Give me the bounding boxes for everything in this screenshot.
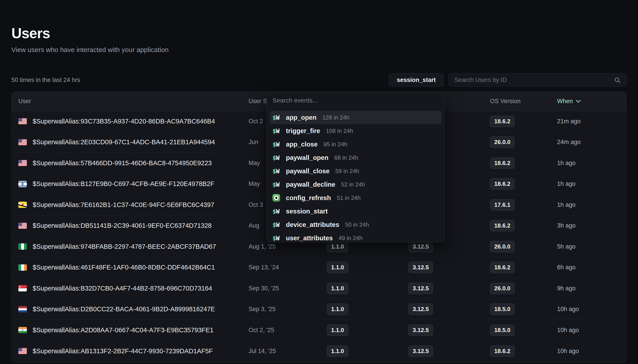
table-row[interactable]: $SuperwallAlias:AB1313F2-2B2F-44C7-9930-…	[12, 341, 626, 362]
user-cell: $SuperwallAlias:7E6162B1-1C37-4C0E-94FC-…	[18, 201, 249, 208]
os-version-badge: 18.5.0	[490, 324, 515, 336]
os-version-badge: 18.6.2	[490, 158, 515, 169]
event-name: user_attributes	[286, 234, 333, 242]
cell-os-version-badge: 18.5.0	[490, 304, 557, 315]
superwall-dollar-glyph: $	[272, 168, 276, 175]
event-option[interactable]: $Wdevice_attributes50 in 24h	[270, 218, 442, 231]
flag-us-icon	[18, 348, 27, 354]
user-search-input[interactable]	[449, 74, 626, 86]
os-version-badge: 18.6.2	[490, 346, 515, 357]
event-option[interactable]: $Wsession_start	[270, 204, 442, 218]
cell-app-version-badge: 1.1.0	[327, 283, 408, 294]
superwall-dollar-glyph: $	[272, 235, 276, 242]
header-when-label: When	[557, 98, 573, 105]
event-name: paywall_close	[286, 168, 330, 175]
os-version-badge: 17.6.1	[490, 199, 515, 210]
superwall-event-icon: $W	[272, 208, 283, 215]
os-version-badge: 26.0.0	[490, 241, 515, 252]
event-filter-button[interactable]: session_start	[389, 73, 444, 87]
sdk-version-badge: 3.12.5	[408, 324, 433, 336]
superwall-dollar-glyph: $	[272, 141, 276, 148]
cell-app-version-badge: 1.1.0	[327, 262, 408, 273]
table-row[interactable]: $SuperwallAlias:B32D7CB0-A4F7-44B2-8758-…	[12, 278, 626, 299]
superwall-w-glyph: W	[276, 154, 279, 161]
user-cell: $SuperwallAlias:A2D08AA7-0667-4C04-A7F3-…	[18, 326, 249, 334]
superwall-w-glyph: W	[276, 141, 279, 148]
event-option[interactable]: $Wpaywall_close59 in 24h	[270, 164, 442, 178]
user-alias: $SuperwallAlias:57B466DD-9915-46D6-BAC8-…	[33, 160, 212, 167]
user-alias: $SuperwallAlias:B127E9B0-C697-4CFB-AE9E-…	[33, 180, 214, 188]
app-version-badge: 1.1.0	[327, 304, 348, 315]
event-option[interactable]: $Wapp_open128 in 24h	[270, 111, 442, 124]
superwall-dollar-glyph: $	[272, 221, 276, 228]
cell-app-version-badge: 1.1.0	[327, 241, 408, 252]
cell-sdk-version-badge: 3.12.5	[408, 283, 490, 294]
cell-app-version-badge: 1.1.0	[327, 324, 408, 336]
user-cell: $SuperwallAlias:B32D7CB0-A4F7-44B2-8758-…	[18, 285, 249, 292]
event-name: device_attributes	[286, 221, 339, 228]
os-version-badge: 18.6.2	[490, 116, 515, 127]
when-cell: 1h ago	[557, 202, 620, 208]
event-option[interactable]: $Wpaywall_decline52 in 24h	[270, 178, 442, 191]
event-count-label: 50 times in the last 24 hrs	[12, 76, 80, 84]
flag-us-icon	[18, 139, 27, 146]
when-cell: 1h ago	[557, 160, 620, 166]
toolbar: 50 times in the last 24 hrs session_star…	[12, 73, 626, 87]
superwall-dollar-glyph: $	[272, 154, 276, 161]
when-cell: 10h ago	[557, 348, 620, 354]
when-cell: 6h ago	[557, 264, 620, 271]
search-icon[interactable]	[614, 76, 621, 84]
cell-os-version-badge: 26.0.0	[490, 283, 557, 294]
user-cell: $SuperwallAlias:974BFABB-2297-4787-BEEC-…	[18, 243, 249, 250]
superwall-w-glyph: W	[276, 181, 279, 188]
user-since-cell: Oct 2, '25	[249, 327, 327, 334]
superwall-event-icon: $W	[272, 154, 283, 161]
flag-il-icon	[18, 181, 27, 187]
event-option[interactable]: config_refresh51 in 24h	[270, 191, 442, 204]
event-name: app_open	[286, 114, 316, 121]
event-name: trigger_fire	[286, 127, 320, 135]
flag-bn-icon	[18, 202, 27, 208]
event-count: 68 in 24h	[334, 154, 358, 161]
event-name: paywall_open	[286, 154, 329, 162]
superwall-event-icon: $W	[272, 128, 283, 134]
event-search-input[interactable]	[267, 93, 445, 108]
event-option[interactable]: $Wuser_attributes49 in 24h	[270, 231, 442, 242]
cell-sdk-version-badge: 3.12.5	[408, 324, 490, 336]
when-cell: 5h ago	[557, 243, 620, 250]
user-since-cell: Aug 1, '25	[249, 243, 327, 250]
table-row[interactable]: $SuperwallAlias:461F48FE-1AF0-46B0-8DBC-…	[12, 257, 626, 278]
user-alias: $SuperwallAlias:D2B0CC22-BACA-4061-9B2D-…	[33, 306, 215, 313]
sdk-version-badge: 3.12.5	[408, 304, 433, 315]
event-search-dropdown: $Wapp_open128 in 24h$Wtrigger_fire108 in…	[266, 93, 445, 242]
app-version-badge: 1.1.0	[327, 262, 348, 273]
os-version-badge: 26.0.0	[490, 283, 515, 294]
event-option[interactable]: $Wtrigger_fire108 in 24h	[270, 124, 442, 138]
flag-nl-icon	[18, 306, 27, 312]
cell-os-version-badge: 18.6.2	[490, 220, 557, 231]
user-since-cell: Sep 3, '25	[249, 306, 327, 313]
user-since-cell: Jul 14, '25	[249, 348, 327, 354]
header-user: User	[18, 98, 249, 105]
cell-os-version-badge: 18.6.2	[490, 116, 557, 127]
event-option[interactable]: $Wpaywall_open68 in 24h	[270, 151, 442, 164]
app-version-badge: 1.1.0	[327, 346, 348, 357]
table-row[interactable]: $SuperwallAlias:D2B0CC22-BACA-4061-9B2D-…	[12, 299, 626, 320]
user-since-cell: Sep 13, '24	[249, 264, 327, 271]
when-cell: 9h ago	[557, 285, 620, 292]
cell-os-version-badge: 18.6.2	[490, 262, 557, 273]
flag-us-icon	[18, 118, 27, 124]
superwall-dollar-glyph: $	[272, 128, 276, 134]
os-version-badge: 18.6.2	[490, 178, 515, 190]
header-when-sort[interactable]: When	[557, 98, 620, 105]
cell-os-version-badge: 18.6.2	[490, 346, 557, 357]
superwall-event-icon: $W	[272, 181, 283, 188]
user-cell: $SuperwallAlias:93C73B35-A937-4D20-86DB-…	[18, 118, 249, 125]
user-cell: $SuperwallAlias:DB51141B-2C39-4061-9EF0-…	[18, 222, 249, 229]
event-option[interactable]: $Wapp_close95 in 24h	[270, 138, 442, 151]
table-row[interactable]: $SuperwallAlias:A2D08AA7-0667-4C04-A7F3-…	[12, 320, 626, 341]
event-count: 50 in 24h	[345, 221, 369, 228]
toolbar-right: session_start	[389, 73, 626, 87]
user-alias: $SuperwallAlias:974BFABB-2297-4787-BEEC-…	[33, 243, 216, 250]
sdk-version-badge: 3.12.5	[408, 241, 433, 252]
